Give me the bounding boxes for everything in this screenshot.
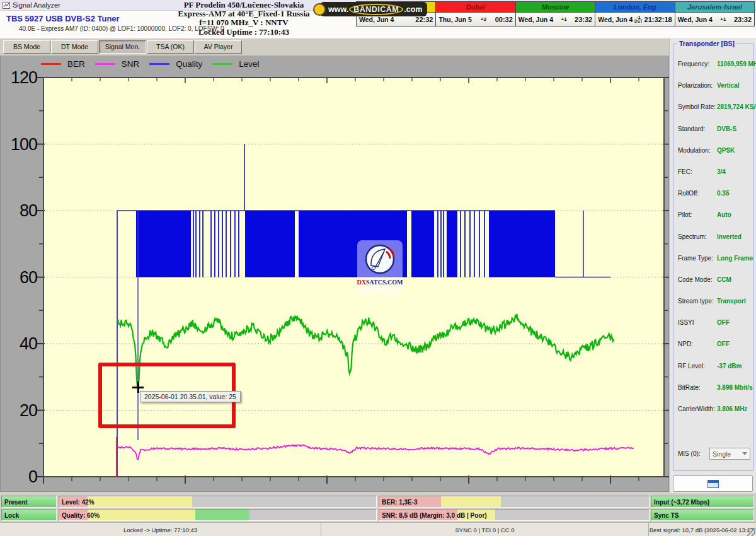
legend-item-quality: Quality: [149, 59, 202, 69]
tab-bar: BS ModeDT ModeSignal Mon.TSA (OK)AV Play…: [0, 39, 669, 56]
transponder-groupbox: Transponder [BS] Frequency:11069,959 MHz…: [673, 44, 754, 471]
present-indicator: Present: [1, 496, 57, 508]
legend-item-ber: BER: [41, 59, 85, 69]
status-text: Level: 42%: [62, 498, 94, 505]
transponder-label: Polarization:: [678, 82, 717, 89]
watermark-brand: BANDICAM: [349, 4, 403, 15]
y-axis-label-120: 120: [2, 67, 37, 88]
clock-time: 23:32: [734, 16, 752, 23]
tab-tsa-ok[interactable]: TSA (OK): [147, 40, 194, 54]
clock-date: Thu, Jun 5: [438, 16, 472, 23]
transponder-value: 3.806 MHz: [717, 405, 747, 412]
level-meter: Level: 42%: [59, 496, 377, 508]
transponder-value: -37 dBm: [717, 363, 742, 370]
transponder-row-stream-type: Stream type:Transport: [678, 298, 750, 319]
transponder-value: Inverted: [717, 233, 742, 240]
clock-time-row: Wed, Jun 4+123:32: [675, 13, 754, 26]
annotation-line: Locked Uptime : 77:10:43: [169, 28, 319, 37]
transponder-value: 3/4: [717, 168, 726, 175]
status-text: Lock: [4, 511, 19, 518]
mis-value: Single: [713, 450, 731, 458]
transponder-row-spectrum: Spectrum:Inverted: [678, 233, 750, 255]
signal-analyzer-window: Signal Analyzer TBS 5927 USB DVB-S2 Tune…: [0, 0, 756, 536]
transponder-value: 3.898 Mbit/s: [717, 384, 753, 391]
y-axis-label-20: 20: [2, 400, 37, 421]
transponder-value: QPSK: [717, 147, 735, 154]
clock-jerusalem-israel: Jerusalem-IsraelWed, Jun 4+123:32: [675, 1, 755, 26]
transponder-row-polarization: Polarization:Vertical: [678, 82, 750, 103]
transponder-row-pilot: Pilot:Auto: [678, 211, 750, 233]
legend-item-snr: SNR: [95, 59, 140, 69]
y-axis-label-80: 80: [2, 201, 37, 221]
clock-time: 00:32: [495, 16, 513, 23]
meter-segment: [88, 496, 192, 507]
transponder-label: Pilot:: [678, 211, 717, 218]
annotation-line: Express-AM7 at 40°E_Fixed-1 Russia: [169, 9, 319, 18]
status-text: BER: 1,3E-3: [382, 498, 418, 505]
transponder-row-issyi: ISSYIOFF: [678, 319, 750, 341]
chart-legend: BERSNRQualityLevel: [41, 59, 260, 69]
clock-utc-offset: +1: [713, 17, 734, 21]
legend-label: Level: [239, 59, 259, 69]
transponder-row-bitrate: BitRate:3.898 Mbit/s: [678, 384, 750, 405]
y-axis-label-60: 60: [2, 267, 37, 288]
transponder-value: 11069,959 MHz: [717, 61, 756, 67]
snr-meter: SNR: 8,5 dB (Margin: 3,0 dB | Poor): [379, 509, 650, 521]
transponder-value: 0.35: [717, 190, 729, 197]
clock-city: Moscow: [516, 2, 595, 13]
status-text: SNR: 8,5 dB (Margin: 3,0 dB | Poor): [382, 511, 487, 518]
input-indicator: Input (~3,72 Mbps): [651, 496, 754, 508]
window-title: Signal Analyzer: [13, 1, 60, 9]
tab-dt-mode[interactable]: DT Mode: [51, 40, 98, 54]
session-annotation: PF Prodelin 450/Lučenec-Slovakia Express…: [169, 1, 319, 37]
legend-label: Quality: [176, 59, 202, 69]
transponder-label: RF Level:: [678, 363, 717, 370]
legend-label: SNR: [122, 59, 140, 69]
lock-indicator: Lock: [1, 509, 57, 521]
clock-date: Wed, Jun 4: [518, 16, 553, 23]
transponder-label: Frequency:: [678, 61, 717, 67]
transponder-label: Modulation:: [678, 147, 717, 154]
tab-bs-mode[interactable]: BS Mode: [3, 40, 50, 54]
transponder-label: ISSYI: [678, 319, 717, 326]
clock-time-row: Wed, Jun 4-1DST21:32:18: [595, 13, 674, 26]
statusbar-best-signal: Best signal: 10,7 dB (2025-06-02 13:17): [649, 523, 756, 536]
clock-moscow: MoscowWed, Jun 4+123:32: [515, 1, 595, 26]
clock-city: Jerusalem-Israel: [675, 2, 754, 13]
legend-swatch-snr: [95, 63, 115, 65]
window-icon: [707, 480, 719, 488]
mis-dropdown[interactable]: Single: [709, 448, 750, 460]
sync-ts-indicator: Sync TS: [651, 509, 754, 521]
transponder-label: CarrierWidth:: [678, 405, 717, 412]
panel-button[interactable]: [673, 475, 753, 492]
legend-swatch-quality: [149, 63, 169, 65]
meter-segment: [441, 496, 500, 507]
statusbar-uptime: Locked -> Uptime: 77:10:43: [0, 523, 321, 536]
quality-meter: Quality: 60%: [59, 509, 377, 521]
bandicam-logo-icon: [313, 3, 326, 16]
dxsatcs-logo: DXSATCS.COM: [357, 240, 403, 294]
transponder-value: Auto: [717, 211, 731, 218]
tab-signal-mon[interactable]: Signal Mon.: [99, 40, 146, 54]
clock-time-row: Wed, Jun 4+123:32: [516, 13, 595, 26]
transponder-row-carrierwidth: CarrierWidth:3.806 MHz: [678, 405, 750, 427]
clock-city: Dubai: [436, 2, 515, 13]
watermark-suffix: .com: [404, 5, 422, 14]
legend-swatch-ber: [41, 63, 61, 65]
tab-av-player[interactable]: AV Player: [195, 40, 242, 54]
resize-grip[interactable]: [747, 528, 755, 536]
transponder-label: Stream type:: [678, 298, 717, 305]
statusbar: Locked -> Uptime: 77:10:43 SYNC 0 | TEI …: [0, 522, 756, 536]
clock-utc-offset: -1DST: [633, 15, 644, 23]
transponder-label: Symbol Rate:: [678, 103, 717, 110]
status-text: Sync TS: [654, 511, 679, 518]
annotation-line: PF Prodelin 450/Lučenec-Slovakia: [169, 1, 319, 9]
chart-tooltip: 2025-06-01 20.35.01, value: 25: [140, 391, 241, 402]
mis-row: MIS (0): Single: [678, 448, 750, 460]
clock-date: Wed, Jun 4: [598, 16, 633, 23]
transponder-row-npd: NPD:OFF: [678, 341, 750, 362]
clock-date: Wed, Jun 4: [359, 16, 394, 23]
transponder-row-symbol-rate: Symbol Rate:2819,724 KS/s: [678, 103, 750, 125]
logo-text-dx: DX: [357, 279, 366, 286]
clock-date: Wed, Jun 4: [678, 16, 713, 23]
